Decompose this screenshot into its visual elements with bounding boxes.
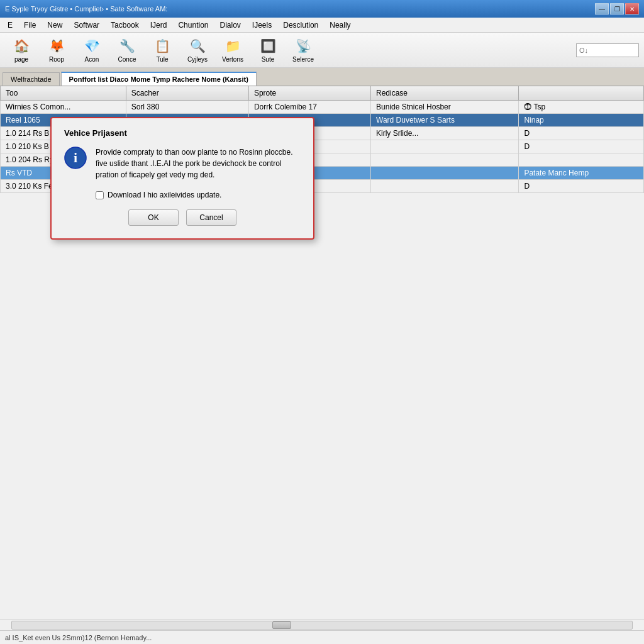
status-text: al IS_Ket even Us 2Smm)12 (Bernon Hemady… bbox=[5, 634, 152, 641]
menu-softwar[interactable]: Softwar bbox=[69, 19, 104, 31]
toolbar-tule-label: Tule bbox=[156, 56, 168, 63]
cell-redicase bbox=[371, 167, 519, 180]
toolbar-roop-label: Roop bbox=[49, 56, 64, 63]
col-header-scacher: Scacher bbox=[126, 86, 248, 101]
toolbar-vertons[interactable]: 📁 Vertons bbox=[216, 35, 249, 65]
cell-redicase: Kirly Srlide... bbox=[371, 127, 519, 140]
toolbar-acon-label: Acon bbox=[85, 56, 99, 63]
cell-sprote: Dorrk Colemibe 17 bbox=[248, 101, 370, 114]
tule-icon: 📋 bbox=[153, 37, 171, 55]
toolbar-cyjleys[interactable]: 🔍 Cyjleys bbox=[181, 35, 214, 65]
restore-button[interactable]: ❐ bbox=[610, 3, 624, 14]
menu-ijerd[interactable]: IJerd bbox=[145, 19, 172, 31]
svg-text:i: i bbox=[74, 150, 77, 165]
scroll-track[interactable] bbox=[11, 621, 633, 630]
menu-neally[interactable]: Neally bbox=[325, 19, 355, 31]
conce-icon: 🔧 bbox=[118, 37, 136, 55]
tab-bar: Welfrachtade Ponffort list Diaco Mome Ty… bbox=[0, 68, 644, 86]
table-row[interactable]: Wirnies S Comon... Sorl 380 Dorrk Colemi… bbox=[1, 101, 644, 114]
ok-button[interactable]: OK bbox=[128, 209, 179, 226]
dialog-box: Vehice Prijasent i Provide compraty to t… bbox=[50, 117, 314, 240]
toolbar-page[interactable]: 🏠 page bbox=[5, 35, 38, 65]
col-header-too: Too bbox=[1, 86, 126, 101]
cell-extra: ⓵ Tsp bbox=[519, 101, 644, 114]
content-area: Too Scacher Sprote Redicase Wirnies S Co… bbox=[0, 86, 644, 644]
search-area bbox=[576, 43, 639, 57]
col-header-redicase: Redicase bbox=[371, 86, 519, 101]
dialog-checkbox-label: Download I hio axileivides update. bbox=[108, 191, 221, 199]
toolbar-vertons-label: Vertons bbox=[222, 56, 243, 63]
dialog-body: i Provide compraty to than oow plante to… bbox=[64, 147, 301, 180]
cancel-button[interactable]: Cancel bbox=[186, 209, 236, 226]
cell-extra: Ninap bbox=[519, 114, 644, 127]
cell-scacher: Sorl 380 bbox=[126, 101, 248, 114]
menu-bar: E File New Softwar Tacbook IJerd Chuntio… bbox=[0, 18, 644, 33]
scroll-thumb[interactable] bbox=[272, 621, 291, 629]
vertons-icon: 📁 bbox=[224, 37, 242, 55]
col-header-sprote: Sprote bbox=[248, 86, 370, 101]
menu-file[interactable]: File bbox=[19, 19, 41, 31]
cell-redicase bbox=[371, 140, 519, 153]
info-icon: i bbox=[64, 147, 87, 169]
title-text: E Syple Tryoy Gistre • Cumpliet› • Sate … bbox=[5, 5, 595, 13]
toolbar-selerce-label: Selerce bbox=[292, 56, 314, 63]
toolbar-sute-label: Sute bbox=[262, 56, 275, 63]
tab-welfrachtade[interactable]: Welfrachtade bbox=[3, 72, 60, 86]
menu-ijeels[interactable]: IJeels bbox=[247, 19, 277, 31]
cell-redicase: Bunide Stnicel Hosber bbox=[371, 101, 519, 114]
roop-icon: 🦊 bbox=[48, 37, 65, 55]
title-bar: E Syple Tryoy Gistre • Cumpliet› • Sate … bbox=[0, 0, 644, 18]
cell-extra: Patate Manc Hemp bbox=[519, 167, 644, 180]
cell-redicase bbox=[371, 153, 519, 167]
dialog-buttons: OK Cancel bbox=[64, 209, 301, 226]
toolbar: 🏠 page 🦊 Roop 💎 Acon 🔧 Conce 📋 Tule 🔍 Cy… bbox=[0, 33, 644, 68]
toolbar-sute[interactable]: 🔲 Sute bbox=[252, 35, 284, 65]
cell-redicase: Ward Duvetwer S Sarts bbox=[371, 114, 519, 127]
toolbar-cyjleys-label: Cyjleys bbox=[187, 56, 208, 63]
dialog-message: Provide compraty to than oow plante to n… bbox=[96, 147, 301, 180]
toolbar-page-label: page bbox=[14, 56, 28, 63]
status-bar: al IS_Ket even Us 2Smm)12 (Bernon Hemady… bbox=[0, 630, 644, 644]
cell-extra: D bbox=[519, 140, 644, 153]
search-input[interactable] bbox=[576, 43, 639, 57]
cell-redicase bbox=[371, 180, 519, 193]
title-bar-buttons: — ❐ ✕ bbox=[595, 3, 639, 14]
cyjleys-icon: 🔍 bbox=[189, 37, 206, 55]
menu-chuntion[interactable]: Chuntion bbox=[173, 19, 213, 31]
dialog-title: Vehice Prijasent bbox=[64, 128, 301, 138]
toolbar-conce-label: Conce bbox=[118, 56, 136, 63]
dialog-checkbox[interactable] bbox=[96, 191, 104, 199]
toolbar-conce[interactable]: 🔧 Conce bbox=[111, 35, 143, 65]
minimize-button[interactable]: — bbox=[595, 3, 609, 14]
tab-ponffort[interactable]: Ponffort list Diaco Mome Tymp Rachere No… bbox=[61, 72, 257, 86]
toolbar-acon[interactable]: 💎 Acon bbox=[75, 35, 108, 65]
cell-extra: D bbox=[519, 180, 644, 193]
menu-dialov[interactable]: Dialov bbox=[215, 19, 246, 31]
page-icon: 🏠 bbox=[13, 37, 30, 55]
cell-extra bbox=[519, 153, 644, 167]
cell-extra: D bbox=[519, 127, 644, 140]
close-button[interactable]: ✕ bbox=[625, 3, 639, 14]
menu-tacbook[interactable]: Tacbook bbox=[106, 19, 144, 31]
toolbar-selerce[interactable]: 📡 Selerce bbox=[287, 35, 319, 65]
selerce-icon: 📡 bbox=[294, 37, 312, 55]
scroll-area bbox=[0, 619, 644, 630]
dialog-checkbox-row: Download I hio axileivides update. bbox=[96, 191, 301, 199]
app-window: E Syple Tryoy Gistre • Cumpliet› • Sate … bbox=[0, 0, 644, 644]
cell-too: Wirnies S Comon... bbox=[1, 101, 126, 114]
toolbar-roop[interactable]: 🦊 Roop bbox=[40, 35, 73, 65]
sute-icon: 🔲 bbox=[259, 37, 277, 55]
col-header-extra bbox=[519, 86, 644, 101]
menu-desclution[interactable]: Desclution bbox=[278, 19, 323, 31]
toolbar-tule[interactable]: 📋 Tule bbox=[146, 35, 179, 65]
acon-icon: 💎 bbox=[83, 37, 101, 55]
menu-new[interactable]: New bbox=[42, 19, 67, 31]
menu-e[interactable]: E bbox=[3, 19, 18, 31]
